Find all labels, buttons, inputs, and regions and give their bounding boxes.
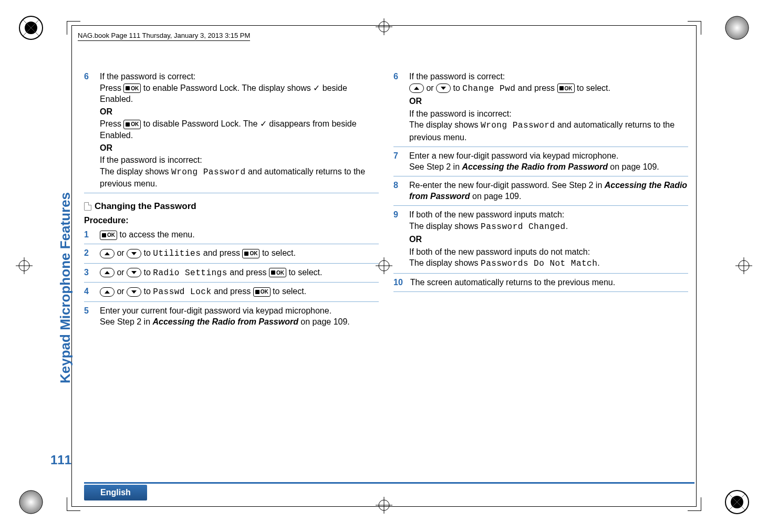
step-number: 10	[393, 277, 403, 288]
left-step-1: 1 OK to access the menu.	[84, 229, 379, 244]
down-key-icon	[127, 268, 141, 277]
lcd-text: Wrong Password	[481, 121, 555, 130]
text: on page 109.	[298, 317, 350, 326]
text: Re-enter the new four-digit password. Se…	[409, 181, 605, 190]
text: .	[566, 222, 568, 231]
text-line: or to Change Pwd and press OK to select.	[409, 82, 688, 95]
text: to disable Password Lock. The	[141, 119, 260, 128]
step-number: 7	[393, 150, 402, 173]
page-number: 111	[50, 453, 71, 467]
right-step-7: 7 Enter a new four-digit password via ke…	[393, 150, 688, 176]
text-line: If both of the new password inputs do no…	[409, 246, 688, 258]
ok-key-icon: OK	[100, 231, 117, 240]
text: or	[115, 248, 127, 257]
step-number: 6	[393, 71, 402, 143]
reference-text: Accessing the Radio from Password	[462, 162, 608, 171]
text-line: If the password is incorrect:	[409, 108, 688, 120]
ok-label: OK	[261, 288, 268, 296]
text: The display shows	[100, 167, 171, 176]
text-line: If both of the new password inputs match…	[409, 209, 688, 221]
step-number: 1	[84, 229, 92, 241]
text: and press	[227, 268, 269, 277]
step-number: 3	[84, 267, 92, 279]
step-body: The screen automatically returns to the …	[410, 277, 688, 288]
ok-label: OK	[131, 121, 139, 128]
language-text: English	[100, 488, 131, 497]
ok-label: OK	[131, 85, 139, 92]
ok-key-icon: OK	[253, 287, 271, 297]
up-key-icon	[100, 287, 115, 297]
lcd-text: Password Changed	[481, 222, 566, 232]
ok-label: OK	[565, 85, 573, 92]
text: to enable Password Lock. The display sho…	[141, 84, 313, 92]
sheet-icon	[84, 202, 91, 211]
step-body: Re-enter the new four-digit password. Se…	[409, 180, 688, 202]
lcd-text: Radio Settings	[153, 268, 227, 278]
step-body: If the password is correct: Press OK to …	[100, 71, 379, 190]
text: to select.	[286, 268, 322, 277]
text: to	[451, 84, 462, 92]
reference-text: Accessing the Radio from Password	[153, 317, 298, 326]
step-body: or to Utilities and press OK to select.	[100, 247, 379, 260]
text: and press	[201, 248, 242, 257]
step-body: Enter a new four-digit password via keyp…	[409, 150, 688, 173]
text: The display shows	[409, 120, 481, 129]
lcd-text: Utilities	[153, 249, 201, 258]
color-bar-bottom-left	[18, 489, 44, 517]
right-step-6: 6 If the password is correct: or to Chan…	[393, 71, 688, 147]
text-line: If the password is correct:	[409, 71, 688, 82]
step-body: If both of the new password inputs match…	[409, 209, 688, 270]
ok-key-icon: OK	[557, 84, 575, 93]
lcd-text: Passwd Lock	[153, 287, 211, 297]
color-bar-top-right	[724, 15, 750, 43]
down-key-icon	[127, 287, 141, 297]
color-bar-top-left	[18, 15, 44, 43]
ok-key-icon: OK	[123, 84, 141, 93]
ok-key-icon: OK	[242, 249, 260, 258]
text-line: Press OK to disable Password Lock. The ✓…	[100, 118, 379, 141]
text: .	[597, 258, 599, 267]
text-line: The display shows Wrong Password and aut…	[409, 119, 688, 143]
section-title: Changing the Password	[84, 201, 379, 213]
text: or	[115, 268, 127, 277]
text-line: Press OK to enable Password Lock. The di…	[100, 82, 379, 105]
step-body: or to Radio Settings and press OK to sel…	[100, 267, 379, 279]
text: on page 109.	[608, 162, 659, 171]
or-label: OR	[100, 142, 379, 154]
ok-label: OK	[107, 232, 115, 239]
text-line: If the password is correct:	[100, 71, 379, 82]
color-bar-bottom-right	[724, 489, 750, 517]
text-line: The display shows Passwords Do Not Match…	[409, 257, 688, 270]
text-line: The display shows Wrong Password and aut…	[100, 166, 379, 190]
text-line: If the password is incorrect:	[100, 154, 379, 166]
page-header: NAG.book Page 111 Thursday, January 3, 2…	[78, 32, 250, 41]
registration-mark-right	[735, 257, 752, 274]
step-number: 5	[84, 305, 92, 328]
left-step-4: 4 or to Passwd Lock and press OK to sele…	[84, 286, 379, 302]
step-number: 4	[84, 286, 92, 298]
step-number: 2	[84, 247, 92, 260]
text: Press	[100, 119, 123, 128]
procedure-label: Procedure:	[84, 215, 379, 226]
text: to select.	[575, 84, 610, 92]
step-number: 6	[84, 71, 92, 190]
ok-label: OK	[276, 269, 284, 277]
right-step-8: 8 Re-enter the new four-digit password. …	[393, 180, 688, 206]
section-title-text: Changing the Password	[95, 201, 196, 213]
text: or	[115, 287, 127, 296]
left-step-6: 6 If the password is correct: Press OK t…	[84, 71, 379, 193]
text: on page 109.	[470, 192, 522, 201]
down-key-icon	[127, 249, 141, 258]
text-line: The display shows Password Changed.	[409, 221, 688, 233]
side-section-label: Keypad Microphone Features	[57, 192, 74, 383]
text: to access the menu.	[117, 230, 195, 239]
text: to	[141, 248, 153, 257]
lcd-text: Passwords Do Not Match	[481, 259, 597, 268]
step-body: Enter your current four-digit password v…	[100, 305, 379, 328]
text: to select.	[271, 287, 306, 296]
registration-mark-left	[16, 257, 33, 274]
ok-key-icon: OK	[123, 120, 141, 129]
text-line: See Step 2 in Accessing the Radio from P…	[409, 161, 688, 173]
text: and press	[211, 287, 253, 296]
up-key-icon	[409, 84, 424, 93]
